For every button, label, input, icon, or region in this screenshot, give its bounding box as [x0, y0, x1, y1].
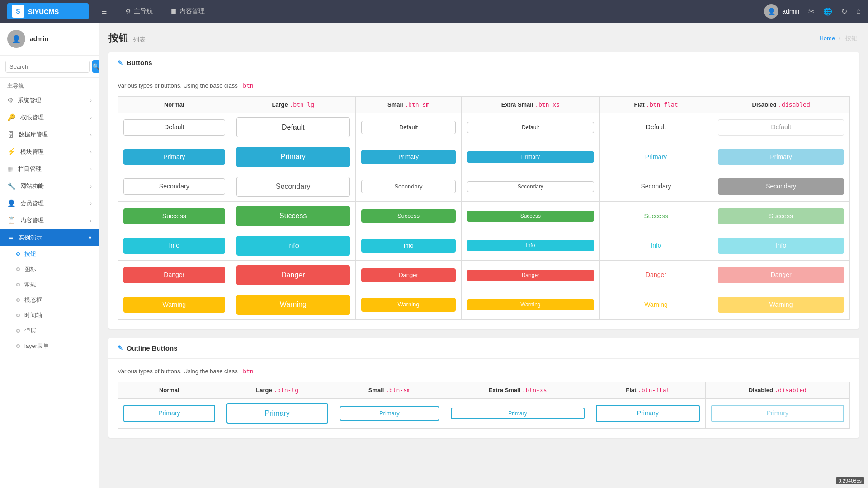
table-cell: Default: [462, 113, 600, 142]
btn-default-normal[interactable]: Default: [123, 119, 225, 136]
scissors-icon[interactable]: ✂: [808, 7, 814, 16]
chevron-right-icon: ›: [90, 149, 92, 155]
btn-secondary-flat[interactable]: Secondary: [605, 178, 707, 195]
btn-outline-primary-normal[interactable]: Primary: [123, 405, 215, 422]
wrench-icon: 🔧: [7, 182, 16, 190]
btn-warning-large[interactable]: Warning: [236, 295, 350, 314]
btn-primary-normal[interactable]: Primary: [123, 149, 225, 165]
sidebar-item-content[interactable]: 📋 内容管理 ›: [0, 212, 99, 229]
sidebar-sub-item-modal[interactable]: 模态框: [0, 292, 99, 308]
sidebar-item-label: 模块管理: [20, 148, 44, 156]
card2-header: ✎ Outline Buttons: [108, 338, 859, 359]
search-input[interactable]: [5, 61, 90, 73]
sidebar-item-demo[interactable]: 🖥 实例演示 ∨: [0, 229, 99, 246]
btn-primary-large[interactable]: Primary: [236, 147, 350, 167]
btn-danger-large[interactable]: Danger: [236, 265, 350, 285]
table-cell: Secondary: [231, 172, 355, 201]
btn-warning-xs[interactable]: Warning: [467, 299, 594, 310]
btn-warning-flat[interactable]: Warning: [605, 297, 707, 313]
sidebar-item-website[interactable]: 🔧 网站功能 ›: [0, 178, 99, 195]
sidebar-item-database[interactable]: 🗄 数据库管理 ›: [0, 126, 99, 143]
btn-primary-xs[interactable]: Primary: [467, 151, 594, 163]
refresh-icon[interactable]: ↻: [841, 7, 847, 16]
btn-warning-small[interactable]: Warning: [361, 298, 456, 311]
table-cell: Default: [118, 113, 231, 142]
btn-info-large[interactable]: Info: [236, 236, 350, 256]
grid-icon: ▦: [171, 8, 177, 15]
btn-danger-xs[interactable]: Danger: [467, 270, 594, 281]
btn-secondary-xs[interactable]: Secondary: [467, 181, 594, 192]
sidebar-sub-label: 图标: [24, 265, 36, 273]
col-large: Large .btn-lg: [231, 97, 355, 113]
btn-success-small[interactable]: Success: [361, 209, 456, 223]
btn-danger-normal[interactable]: Danger: [123, 267, 225, 283]
btn-default-flat[interactable]: Default: [605, 119, 707, 136]
page-subtitle: 列表: [133, 36, 146, 44]
topnav-content-mgmt[interactable]: ▦ 内容管理: [167, 5, 208, 17]
btn-info-flat[interactable]: Info: [605, 238, 707, 254]
topnav-user[interactable]: 👤 admin: [764, 4, 799, 19]
btn-secondary-normal[interactable]: Secondary: [123, 178, 225, 195]
btn-outline-primary-small[interactable]: Primary: [340, 406, 439, 421]
btn-default-large[interactable]: Default: [236, 117, 350, 137]
topnav-main-nav[interactable]: ⚙ 主导航: [122, 5, 156, 17]
sidebar-sub-item-layer-form[interactable]: layer表单: [0, 338, 99, 354]
sidebar-item-label: 栏目管理: [18, 165, 42, 173]
sidebar-item-label: 系统管理: [18, 96, 41, 104]
sidebar-item-members[interactable]: 👤 会员管理 ›: [0, 195, 99, 212]
table-cell: Default: [356, 113, 462, 142]
sidebar-sub-label: 时间轴: [24, 311, 42, 319]
table-cell: Success: [462, 202, 600, 231]
sidebar-sub-item-buttons[interactable]: 按钮: [0, 246, 99, 262]
table-row: Default Default Default Default Default …: [118, 113, 850, 142]
outline-buttons-card: ✎ Outline Buttons Various types of butto…: [108, 338, 859, 438]
table-cell: Primary: [118, 142, 231, 172]
btn-info-xs[interactable]: Info: [467, 240, 594, 251]
sidebar-sub-item-timeline[interactable]: 时间轴: [0, 308, 99, 323]
buttons-card: ✎ Buttons Various types of buttons. Usin…: [108, 52, 859, 329]
globe-icon[interactable]: 🌐: [823, 7, 832, 16]
btn-secondary-large[interactable]: Secondary: [236, 177, 350, 197]
search-button[interactable]: 🔍: [92, 60, 99, 73]
sidebar-sub-item-common[interactable]: 常规: [0, 277, 99, 292]
topnav-right: 👤 admin ✂ 🌐 ↻ ⌂: [764, 4, 861, 19]
btn-success-xs[interactable]: Success: [467, 211, 594, 222]
sidebar-item-columns[interactable]: ▦ 栏目管理 ›: [0, 160, 99, 178]
table-row: Secondary Secondary Secondary Secondary …: [118, 172, 850, 201]
sidebar-sub-item-layer[interactable]: 弹层: [0, 323, 99, 338]
sidebar-item-label: 实例演示: [19, 234, 42, 242]
page-header: 按钮 列表 Home / 按钮: [108, 32, 859, 45]
btn-info-normal[interactable]: Info: [123, 238, 225, 254]
logo[interactable]: S SIYUCMS: [7, 3, 89, 19]
table-cell: Primary: [590, 398, 706, 428]
btn-default-small[interactable]: Default: [361, 121, 456, 134]
btn-outline-primary-xs[interactable]: Primary: [451, 408, 585, 420]
breadcrumb-current: 按钮: [845, 35, 857, 42]
breadcrumb-home[interactable]: Home: [819, 35, 835, 42]
database-icon: 🗄: [7, 131, 14, 139]
btn-danger-flat[interactable]: Danger: [605, 267, 707, 283]
topnav-toggle[interactable]: ☰: [98, 6, 111, 17]
col-normal: Normal: [118, 382, 221, 398]
btn-info-small[interactable]: Info: [361, 239, 456, 253]
btn-success-normal[interactable]: Success: [123, 208, 225, 225]
home-icon[interactable]: ⌂: [856, 7, 861, 15]
btn-outline-primary-flat[interactable]: Primary: [596, 405, 700, 422]
sidebar-avatar: 👤: [7, 30, 25, 48]
btn-primary-flat[interactable]: Primary: [605, 149, 707, 165]
sidebar-item-modules[interactable]: ⚡ 模块管理 ›: [0, 143, 99, 160]
col-large: Large .btn-lg: [221, 382, 334, 398]
btn-success-flat[interactable]: Success: [605, 208, 707, 225]
sidebar: 👤 admin 🔍 主导航 ⚙ 系统管理 › 🔑 权限管理 ›: [0, 23, 99, 488]
btn-danger-small[interactable]: Danger: [361, 268, 456, 282]
btn-secondary-small[interactable]: Secondary: [361, 180, 456, 193]
btn-warning-normal[interactable]: Warning: [123, 297, 225, 313]
btn-primary-small[interactable]: Primary: [361, 150, 456, 164]
sidebar-item-system[interactable]: ⚙ 系统管理 ›: [0, 92, 99, 109]
sidebar-sub-item-icons[interactable]: 图标: [0, 262, 99, 277]
btn-outline-primary-large[interactable]: Primary: [226, 403, 328, 424]
chevron-right-icon: ›: [90, 132, 92, 137]
btn-success-large[interactable]: Success: [236, 206, 350, 226]
btn-default-xs[interactable]: Default: [467, 122, 594, 133]
sidebar-item-permissions[interactable]: 🔑 权限管理 ›: [0, 109, 99, 126]
